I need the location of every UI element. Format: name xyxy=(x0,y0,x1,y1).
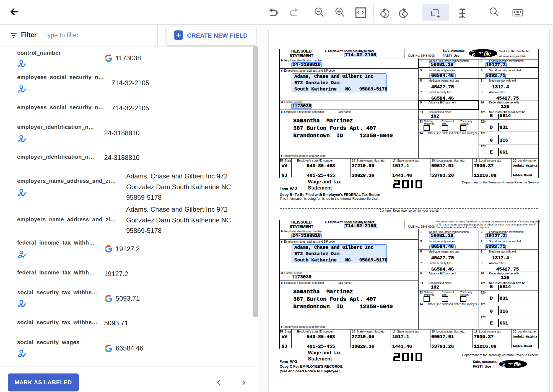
svg-text:e: e xyxy=(472,50,475,58)
svg-text:file: file xyxy=(484,51,491,57)
svg-text:file: file xyxy=(514,361,521,367)
svg-text:e: e xyxy=(502,360,505,368)
